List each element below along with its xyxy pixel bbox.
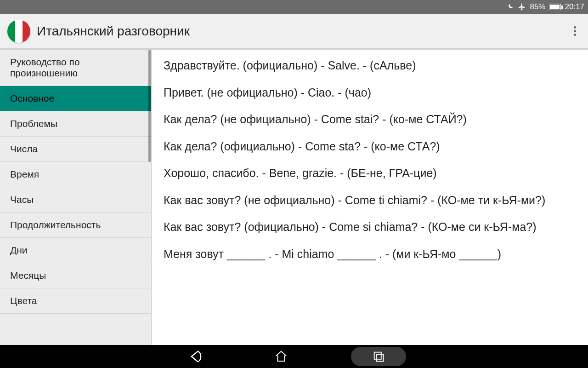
phrase-list[interactable]: Здравствуйте. (официально) - Salve. - (с… (152, 50, 588, 345)
phrase-item: Привет. (не официально) - Ciao. - (чао) (164, 85, 576, 100)
clock-time: 20:17 (565, 2, 584, 12)
back-button[interactable] (182, 348, 211, 365)
sidebar-item[interactable]: Часы (0, 187, 151, 213)
overflow-menu-button[interactable] (569, 21, 581, 41)
sidebar-item[interactable]: Основное (0, 86, 151, 111)
sidebar-scrollbar[interactable] (148, 50, 151, 162)
app-bar: Итальянский разговорник (0, 14, 588, 50)
phrase-item: Как вас зовут? (официально) - Come si ch… (164, 219, 576, 235)
sidebar-item[interactable]: Продолжительность (0, 213, 151, 238)
phrase-item: Как дела? (официально) - Come sta? - (ко… (164, 139, 576, 154)
sidebar-item[interactable]: Дни (0, 238, 151, 263)
sidebar-item[interactable]: Месяцы (0, 263, 151, 288)
svg-rect-1 (376, 354, 383, 361)
italian-flag-icon (7, 20, 30, 43)
battery-icon (549, 4, 561, 10)
phrase-item: Как вас зовут? (не официально) - Come ti… (164, 193, 576, 208)
dnd-moon-icon (506, 3, 514, 11)
sidebar-item[interactable]: Числа (0, 137, 151, 162)
phrase-item: Здравствуйте. (официально) - Salve. - (с… (164, 58, 576, 73)
home-button[interactable] (266, 348, 296, 365)
battery-percentage: 85% (530, 2, 545, 12)
phrase-item: Хорошо, спасибо. - Bene, grazie. - (БЕ-н… (164, 166, 576, 181)
app-title: Итальянский разговорник (37, 24, 190, 39)
svg-rect-0 (374, 352, 381, 359)
airplane-mode-icon (518, 3, 526, 11)
sidebar-item[interactable]: Руководство по произношению (0, 50, 151, 86)
phrase-item: Меня зовут ______ . - Mi chiamo ______ .… (164, 247, 576, 262)
recents-button[interactable] (351, 347, 406, 366)
phrase-item: Как дела? (не официально) - Come stai? -… (164, 112, 576, 127)
sidebar-item[interactable]: Проблемы (0, 111, 151, 137)
status-bar: 85% 20:17 (0, 0, 588, 14)
category-sidebar: Руководство по произношениюОсновноеПробл… (0, 50, 152, 345)
system-nav-bar (0, 345, 588, 368)
sidebar-item[interactable]: Цвета (0, 288, 151, 314)
sidebar-item[interactable]: Время (0, 162, 151, 187)
